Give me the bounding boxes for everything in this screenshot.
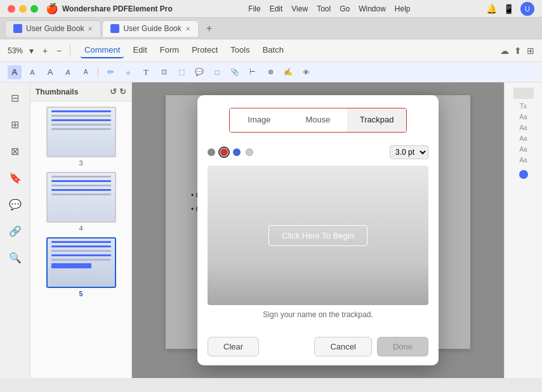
thumb-num-3: 3	[79, 159, 83, 167]
sub-toolbar: A A A A A ✏ ⬦ T ⊡ ⬚ 💬 □ 📎 ⊢ ⊕ ✍ 👁	[0, 62, 542, 82]
modal-tab-trackpad[interactable]: Trackpad	[347, 108, 406, 132]
thumbnail-list: 3 4	[30, 101, 131, 378]
speech-bubble-icon[interactable]: 💬	[192, 65, 206, 79]
zoom-dropdown[interactable]: ▾	[25, 45, 37, 56]
menu-go[interactable]: Go	[340, 4, 350, 13]
modal-tab-image[interactable]: Image	[230, 108, 289, 132]
thumb-num-5: 5	[79, 290, 83, 297]
done-button[interactable]: Done	[377, 337, 428, 356]
thumb-prev-icon[interactable]: ↺	[110, 87, 117, 96]
sidebar-icon-3[interactable]: ⊠	[6, 142, 24, 160]
cloud-icon[interactable]: ☁	[500, 46, 509, 56]
share-icon[interactable]: ⬆	[514, 46, 522, 56]
traffic-lights	[8, 5, 38, 13]
tab-1[interactable]: User Guide Book ✕	[5, 20, 101, 37]
minimize-button[interactable]	[19, 5, 27, 13]
notification-icon[interactable]: 🔔	[486, 4, 497, 14]
color-dots-row: 3.0 pt	[208, 145, 428, 159]
menu-view[interactable]: View	[291, 4, 308, 13]
color-dot-gray[interactable]	[208, 148, 215, 156]
cancel-button[interactable]: Cancel	[314, 337, 371, 356]
thumbnail-label: Thumbnails	[36, 88, 78, 96]
rectangle-icon[interactable]: □	[210, 65, 224, 79]
main-layout: ⊟ ⊞ ⊠ 🔖 💬 🔗 🔍 Thumbnails ↺ ↻	[0, 82, 542, 378]
thumbnail-img-4	[46, 172, 116, 223]
thumbnail-item-5[interactable]: 5	[36, 237, 126, 297]
tab-close-2[interactable]: ✕	[185, 25, 190, 32]
rp-aa3-label: Aa	[519, 135, 527, 142]
titlebar: 🍎 Wondershare PDFElement Pro File Edit V…	[0, 0, 542, 18]
color-dot-blue[interactable]	[233, 148, 241, 156]
tab-label-2: User Guide Book	[123, 24, 181, 33]
attachment-icon[interactable]: 📎	[228, 65, 242, 79]
modal-overlay: Image Mouse Trackpad 3.0 pt	[132, 82, 504, 378]
menu-window[interactable]: Window	[359, 4, 386, 13]
text-icon[interactable]: T	[139, 65, 153, 79]
clear-button[interactable]: Clear	[208, 337, 259, 356]
close-button[interactable]	[8, 5, 15, 13]
new-tab-button[interactable]: +	[202, 22, 216, 36]
click-here-button[interactable]: Click Here To Begin	[268, 225, 367, 246]
nav-comment[interactable]: Comment	[81, 42, 124, 58]
profile-icon[interactable]: U	[520, 2, 534, 16]
modal-footer: Clear Cancel Done	[197, 332, 439, 365]
nav-edit[interactable]: Edit	[129, 42, 150, 58]
main-content: Preferences • Customize the appearance o…	[132, 82, 504, 378]
font-bold-a-icon[interactable]: A	[8, 65, 22, 79]
tab-close-1[interactable]: ✕	[88, 25, 93, 32]
expand-icon[interactable]: ⊞	[527, 46, 534, 56]
thumbnail-header: Thumbnails ↺ ↻	[30, 82, 131, 101]
thumb-next-icon[interactable]: ↻	[119, 87, 126, 96]
tab-2[interactable]: User Guide Book ✕	[102, 20, 198, 37]
signature-modal: Image Mouse Trackpad 3.0 pt	[197, 95, 439, 365]
stamp-icon[interactable]: ⊕	[263, 65, 277, 79]
nav-batch[interactable]: Batch	[259, 42, 288, 58]
rp-aa2-label: Aa	[519, 124, 527, 131]
measure-icon[interactable]: ⊢	[246, 65, 260, 79]
sidebar-bookmarks-icon[interactable]: 🔖	[6, 169, 24, 186]
device-icon[interactable]: 📱	[503, 4, 514, 14]
zoom-level: 53%	[8, 46, 23, 55]
maximize-button[interactable]	[30, 5, 38, 13]
font-a2-icon[interactable]: A	[25, 65, 39, 79]
callout-icon[interactable]: ⬚	[175, 65, 188, 79]
thumbnail-item-3[interactable]: 3	[36, 107, 126, 167]
apple-logo-icon: 🍎	[46, 3, 58, 15]
sidebar-icon-1[interactable]: ⊟	[6, 89, 24, 107]
zoom-in-button[interactable]: +	[39, 45, 51, 56]
sidebar-comments-icon[interactable]: 💬	[6, 195, 24, 213]
font-a3-icon[interactable]: A	[43, 65, 57, 79]
modal-tab-mouse[interactable]: Mouse	[289, 108, 348, 132]
eye-icon[interactable]: 👁	[299, 65, 313, 79]
signature-icon[interactable]: ✍	[281, 65, 295, 79]
zoom-control: 53% ▾ + −	[8, 45, 65, 56]
signature-hint: Sign your name on the trackpad.	[208, 310, 428, 319]
signature-canvas[interactable]: Click Here To Begin	[208, 166, 428, 305]
nav-form[interactable]: Form	[156, 42, 183, 58]
sidebar-search-icon[interactable]: 🔍	[6, 249, 24, 266]
menu-edit[interactable]: Edit	[270, 4, 283, 13]
color-dot-light[interactable]	[246, 148, 253, 156]
menu-help[interactable]: Help	[395, 4, 411, 13]
tab-label-1: User Guide Book	[26, 24, 84, 33]
nav-tools[interactable]: Tools	[227, 42, 253, 58]
sidebar-link-icon[interactable]: 🔗	[6, 222, 24, 240]
nav-protect[interactable]: Protect	[188, 42, 221, 58]
eraser-icon[interactable]: ⬦	[121, 65, 135, 79]
color-dot-red[interactable]	[220, 148, 228, 156]
rp-icon-1	[513, 88, 534, 99]
right-panel: Tx Aa Aa Aa Aa Aa	[504, 82, 542, 378]
modal-body: 3.0 pt Click Here To Begin Sign your nam…	[197, 139, 439, 332]
menu-file[interactable]: File	[248, 4, 260, 13]
text-box-icon[interactable]: ⊡	[157, 65, 171, 79]
highlighter-icon[interactable]: ✏	[103, 65, 117, 79]
size-selector: 3.0 pt	[390, 145, 428, 159]
subtoolbar-sep-1	[98, 67, 98, 78]
size-select-dropdown[interactable]: 3.0 pt	[390, 145, 428, 159]
menu-tool[interactable]: Tool	[317, 4, 331, 13]
zoom-out-button[interactable]: −	[53, 45, 65, 56]
font-a4-icon[interactable]: A	[61, 65, 75, 79]
sidebar-icon-2[interactable]: ⊞	[6, 115, 24, 133]
font-a5-icon[interactable]: A	[79, 65, 93, 79]
thumbnail-item-4[interactable]: 4	[36, 172, 126, 232]
